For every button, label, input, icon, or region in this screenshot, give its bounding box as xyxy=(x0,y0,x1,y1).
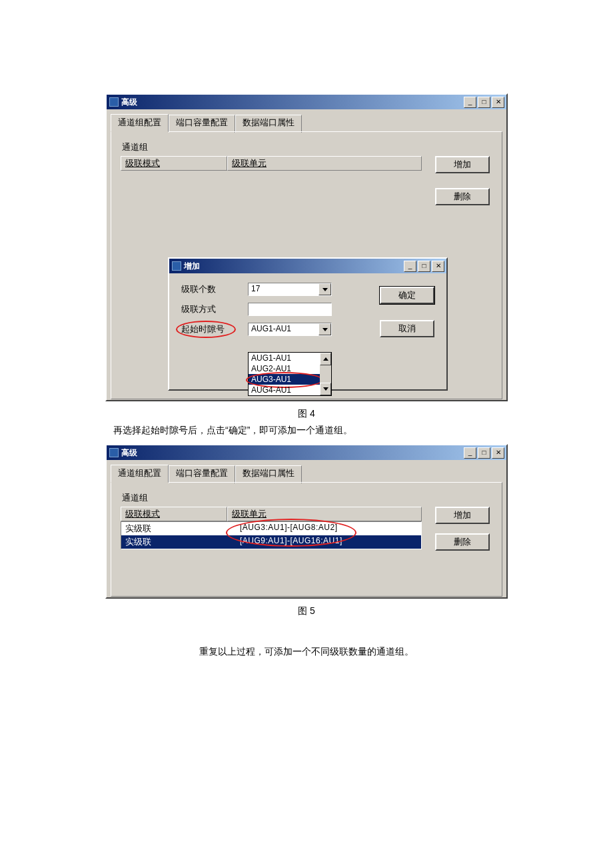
app-icon xyxy=(109,97,119,107)
chevron-down-icon[interactable] xyxy=(318,323,331,335)
maximize-button[interactable]: □ xyxy=(418,261,430,272)
label-start: 起始时隙号 xyxy=(181,323,248,335)
option-aug2[interactable]: AUG2-AU1 xyxy=(249,363,331,374)
column-unit[interactable]: 级联单元 xyxy=(227,507,422,521)
tab-data-port-attr[interactable]: 数据端口属性 xyxy=(235,465,302,483)
scrollbar[interactable] xyxy=(320,353,331,395)
minimize-button[interactable]: _ xyxy=(464,447,476,459)
cell-unit-text: [AUG9:AU1]-[AUG16:AU1] xyxy=(240,536,342,545)
cancel-button[interactable]: 取消 xyxy=(380,320,434,337)
tab-panel: 通道组 级联模式 级联单元 实级联 [AUG3:AU1]-[AUG8:AU2] xyxy=(111,482,502,597)
add-button[interactable]: 增加 xyxy=(435,507,490,524)
instruction-text: 再选择起始时隙号后，点击“确定”，即可添加一个通道组。 xyxy=(113,423,508,437)
cell-mode: 实级联 xyxy=(121,522,236,535)
summary-text: 重复以上过程，可添加一个不同级联数量的通道组。 xyxy=(105,644,508,659)
mode-field[interactable] xyxy=(248,303,332,316)
table-row[interactable]: 实级联 [AUG3:AU1]-[AUG8:AU2] xyxy=(121,522,421,535)
figure4-caption: 图 4 xyxy=(0,408,613,420)
close-button[interactable]: ✕ xyxy=(492,447,504,459)
dialog-title: 增加 xyxy=(184,261,404,272)
window-title: 高级 xyxy=(121,447,464,459)
option-aug3[interactable]: AUG3-AU1 xyxy=(249,374,331,385)
tabs: 通道组配置 端口容量配置 数据端口属性 xyxy=(107,109,506,131)
minimize-button[interactable]: _ xyxy=(464,97,476,108)
app-icon xyxy=(109,448,119,457)
scroll-up-button[interactable] xyxy=(320,353,331,365)
cell-unit: [AUG3:AU1]-[AUG8:AU2] xyxy=(236,522,421,535)
tab-port-capacity[interactable]: 端口容量配置 xyxy=(169,465,235,483)
channel-group-table: 级联模式 级联单元 xyxy=(121,156,422,171)
label-count: 级联个数 xyxy=(181,283,248,295)
label-start-text: 起始时隙号 xyxy=(181,324,225,334)
tab-data-port-attr[interactable]: 数据端口属性 xyxy=(235,115,302,133)
option-aug1[interactable]: AUG1-AU1 xyxy=(249,353,331,363)
cell-mode: 实级联 xyxy=(121,535,236,549)
ok-button[interactable]: 确定 xyxy=(380,287,434,304)
scroll-down-button[interactable] xyxy=(320,383,331,395)
maximize-button[interactable]: □ xyxy=(478,97,490,108)
delete-button[interactable]: 删除 xyxy=(435,188,490,205)
dialog-titlebar[interactable]: 增加 _ □ ✕ xyxy=(169,259,446,273)
tabs: 通道组配置 端口容量配置 数据端口属性 xyxy=(107,460,506,482)
tab-channel-group[interactable]: 通道组配置 xyxy=(111,465,169,483)
tab-port-capacity[interactable]: 端口容量配置 xyxy=(169,115,235,133)
minimize-button[interactable]: _ xyxy=(404,261,416,272)
delete-button[interactable]: 删除 xyxy=(435,533,490,551)
add-dialog: 增加 _ □ ✕ 级联个数 17 xyxy=(168,257,448,391)
table-row-selected[interactable]: 实级联 [AUG9:AU1]-[AUG16:AU1] xyxy=(121,535,421,549)
channel-group-table: 级联模式 级联单元 实级联 [AUG3:AU1]-[AUG8:AU2] xyxy=(121,507,422,549)
figure5-caption: 图 5 xyxy=(0,605,613,617)
maximize-button[interactable]: □ xyxy=(478,447,490,459)
start-combo[interactable]: AUG1-AU1 xyxy=(248,323,332,336)
cell-unit-text: [AUG3:AU1]-[AUG8:AU2] xyxy=(240,523,338,532)
column-mode[interactable]: 级联模式 xyxy=(121,507,227,521)
group-label: 通道组 xyxy=(122,141,491,153)
option-aug4[interactable]: AUG4-AU1 xyxy=(249,385,331,395)
tab-channel-group[interactable]: 通道组配置 xyxy=(111,114,169,132)
window-title: 高级 xyxy=(121,97,464,108)
close-button[interactable]: ✕ xyxy=(432,261,444,272)
count-combo[interactable]: 17 xyxy=(248,283,332,296)
close-button[interactable]: ✕ xyxy=(492,97,504,108)
advanced-window-2: 高级 _ □ ✕ 通道组配置 端口容量配置 数据端口属性 通道组 xyxy=(105,444,508,599)
column-unit[interactable]: 级联单元 xyxy=(227,156,422,171)
add-button[interactable]: 增加 xyxy=(435,156,490,173)
column-mode[interactable]: 级联模式 xyxy=(121,156,227,171)
label-mode: 级联方式 xyxy=(181,303,248,315)
count-value: 17 xyxy=(249,283,318,295)
app-icon xyxy=(172,261,181,271)
start-value: AUG1-AU1 xyxy=(249,323,318,335)
titlebar[interactable]: 高级 _ □ ✕ xyxy=(107,95,506,109)
group-label: 通道组 xyxy=(122,492,491,504)
option-aug3-text: AUG3-AU1 xyxy=(251,375,291,384)
cell-unit: [AUG9:AU1]-[AUG16:AU1] xyxy=(236,535,421,549)
titlebar[interactable]: 高级 _ □ ✕ xyxy=(107,445,506,460)
advanced-window-1: 高级 _ □ ✕ 通道组配置 端口容量配置 数据端口属性 通道组 xyxy=(105,93,508,401)
start-dropdown-list[interactable]: AUG1-AU1 AUG2-AU1 AUG3-AU1 AUG4-AU1 xyxy=(248,352,332,396)
chevron-down-icon[interactable] xyxy=(318,283,331,295)
